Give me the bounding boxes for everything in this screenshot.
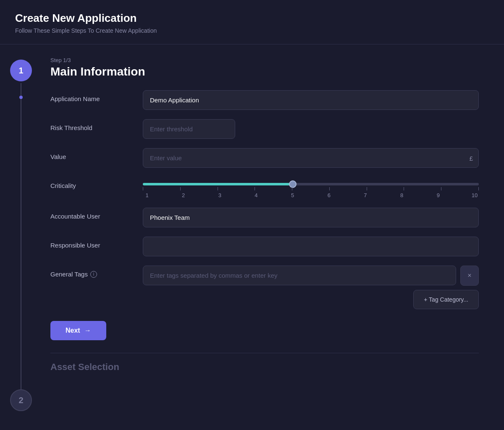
criticality-label: Criticality [50, 177, 143, 189]
responsible-user-row: Responsible User [50, 237, 479, 256]
responsible-user-input[interactable] [143, 237, 479, 256]
value-input-wrap: £ [143, 148, 479, 168]
risk-threshold-label: Risk Threshold [50, 119, 143, 131]
risk-threshold-input[interactable] [143, 119, 235, 139]
tick-2 [180, 187, 181, 190]
tags-input-wrap [143, 266, 456, 285]
tick-3 [218, 187, 218, 190]
responsible-user-label: Responsible User [50, 237, 143, 249]
slider-label-6: 6 [325, 192, 333, 198]
stepper-connector [21, 83, 21, 389]
value-label: Value [50, 148, 143, 160]
slider-label-3: 3 [215, 192, 224, 198]
page-subtitle: Follow These Simple Steps To Create New … [15, 27, 489, 34]
slider-labels: 1 2 3 4 5 6 7 8 9 10 [143, 192, 479, 198]
risk-threshold-row: Risk Threshold [50, 119, 479, 139]
slider-label-2: 2 [179, 192, 188, 198]
stepper-dot [19, 96, 23, 99]
slider-wrap: 1 2 3 4 5 6 7 8 9 10 [143, 177, 479, 198]
accountable-user-row: Accountable User [50, 208, 479, 227]
step2-circle: 2 [10, 389, 32, 411]
value-wrap: £ [143, 148, 479, 168]
general-tags-input[interactable] [143, 266, 456, 285]
responsible-user-wrap [143, 237, 479, 256]
tick-9 [441, 187, 441, 190]
accountable-user-wrap [143, 208, 479, 227]
main-content: 1 2 Step 1/3 Main Information Applicatio… [0, 44, 504, 411]
application-name-label: Application Name [50, 90, 143, 102]
currency-symbol: £ [470, 154, 473, 162]
risk-threshold-wrap [143, 119, 479, 139]
step-label: Step 1/3 [50, 57, 479, 63]
form-area: Step 1/3 Main Information Application Na… [42, 44, 504, 411]
slider-label-8: 8 [398, 192, 406, 198]
next-button[interactable]: Next → [50, 321, 106, 340]
value-row: Value £ [50, 148, 479, 168]
slider-label-4: 4 [252, 192, 260, 198]
tick-6 [329, 187, 330, 190]
slider-label-1: 1 [143, 192, 151, 198]
stepper-container: 1 2 [10, 60, 32, 411]
application-name-row: Application Name [50, 90, 479, 110]
general-tags-row: General Tags i × + Tag Category... [50, 266, 479, 309]
general-tags-wrap: × + Tag Category... [143, 266, 479, 309]
stepper-item-2: 2 [10, 389, 32, 411]
step1-circle: 1 [10, 60, 32, 81]
criticality-slider[interactable] [143, 183, 479, 185]
application-name-input[interactable] [143, 90, 479, 110]
slider-label-7: 7 [361, 192, 370, 198]
criticality-row: Criticality [50, 177, 479, 198]
page-header: Create New Application Follow These Simp… [0, 0, 504, 44]
general-tags-label: General Tags i [50, 266, 143, 278]
slider-label-10: 10 [470, 192, 479, 198]
tick-4 [255, 187, 255, 190]
tick-1 [143, 187, 143, 190]
tag-category-button[interactable]: + Tag Category... [413, 290, 479, 309]
accountable-user-input[interactable] [143, 208, 479, 227]
tick-7 [367, 187, 367, 190]
next-button-label: Next [66, 327, 80, 334]
application-name-wrap [143, 90, 479, 110]
slider-label-9: 9 [434, 192, 442, 198]
info-icon[interactable]: i [90, 271, 97, 278]
stepper-item-1: 1 [10, 60, 32, 81]
slider-label-5: 5 [289, 192, 297, 198]
step2-area: Asset Selection [50, 353, 479, 373]
criticality-wrap: 1 2 3 4 5 6 7 8 9 10 [143, 177, 479, 198]
step2-title: Asset Selection [50, 362, 479, 373]
value-input[interactable] [143, 148, 479, 168]
accountable-user-label: Accountable User [50, 208, 143, 220]
tags-clear-button[interactable]: × [460, 266, 479, 286]
tick-8 [404, 187, 404, 190]
page-title: Create New Application [15, 12, 489, 25]
stepper-sidebar: 1 2 [0, 44, 42, 411]
step-title: Main Information [50, 65, 479, 78]
next-btn-row: Next → [50, 321, 479, 340]
next-arrow-icon: → [84, 327, 91, 334]
tag-category-row: + Tag Category... [143, 290, 479, 309]
general-tags-label-text: General Tags [50, 271, 88, 278]
tick-5 [292, 187, 292, 190]
tick-10 [478, 187, 479, 190]
tags-row: × [143, 266, 479, 286]
